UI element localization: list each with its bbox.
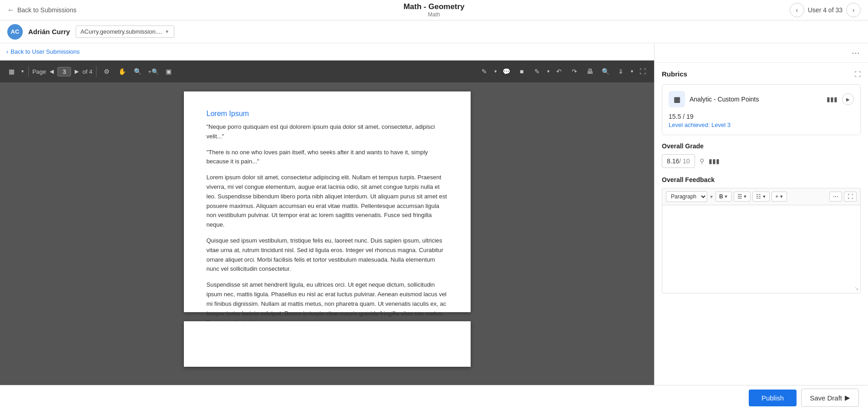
comment-button[interactable]: 💬 bbox=[499, 65, 513, 78]
user-row: AC Adrián Curry ACurry.geometry.submissi… bbox=[0, 20, 868, 43]
bold-button[interactable]: B ▼ bbox=[716, 192, 732, 202]
prev-page-button[interactable]: ◀ bbox=[48, 67, 56, 76]
zoom-out-button[interactable]: 🔍 bbox=[131, 65, 145, 78]
right-panel: ⋯ Rubrics ⛶ ▦ Analytic - Custom Points ▮… bbox=[654, 43, 868, 385]
download-arrow: ▼ bbox=[630, 69, 634, 74]
back-to-submissions-label: Back to Submissions bbox=[17, 6, 76, 14]
align-button[interactable]: ☰ ▼ bbox=[734, 192, 751, 202]
rubrics-section-header: Rubrics ⛶ bbox=[662, 70, 861, 78]
submission-file-label: ACurry.geometry.submission.... bbox=[81, 28, 162, 35]
more-options-button[interactable]: ⋯ bbox=[852, 48, 861, 58]
user-navigation: ‹ User 4 of 33 › bbox=[790, 3, 861, 17]
toolbar-divider-2 bbox=[96, 66, 96, 77]
back-to-submissions-link[interactable]: ← Back to Submissions bbox=[7, 6, 76, 14]
next-page-button[interactable]: ▶ bbox=[73, 67, 81, 76]
redo-button[interactable]: ↷ bbox=[568, 65, 581, 78]
page-of-label: of 4 bbox=[82, 68, 92, 75]
right-panel-body: Rubrics ⛶ ▦ Analytic - Custom Points ▮▮▮… bbox=[655, 63, 868, 385]
resize-handle: ↘ bbox=[854, 285, 859, 292]
chart-icon[interactable]: ▮▮▮ bbox=[709, 157, 720, 165]
pdf-pages: Lorem Ipsum "Neque porro quisquam est qu… bbox=[184, 91, 471, 376]
crop-button[interactable]: ■ bbox=[515, 65, 528, 78]
pdf-panel: ‹ Back to User Submissions ▦ ▼ Page ◀ ▶ … bbox=[0, 43, 654, 385]
annotate-button[interactable]: ✎ bbox=[477, 65, 491, 78]
page-label: Page bbox=[32, 68, 46, 75]
page-number-input[interactable] bbox=[57, 67, 71, 76]
view-mode-arrow: ▼ bbox=[20, 69, 25, 74]
pdf-page-4 bbox=[184, 321, 471, 367]
pdf-paragraph-4: Quisque sed ipsum vestibulum, tristique … bbox=[207, 236, 448, 274]
download-button[interactable]: ⇓ bbox=[614, 65, 628, 78]
chevron-down-icon: ▼ bbox=[165, 29, 169, 34]
pin-icon[interactable]: ⚲ bbox=[700, 157, 704, 165]
undo-button[interactable]: ↶ bbox=[552, 65, 566, 78]
overall-feedback-section: Overall Feedback Paragraph ▼ B ▼ ☰ ▼ ☷ ▼… bbox=[662, 176, 861, 294]
avatar: AC bbox=[7, 24, 23, 40]
feedback-toolbar: Paragraph ▼ B ▼ ☰ ▼ ☷ ▼ + ▼ ⋯ ⛶ bbox=[662, 188, 861, 205]
save-draft-button[interactable]: Save Draft ▶ bbox=[801, 389, 859, 407]
prev-user-button[interactable]: ‹ bbox=[790, 3, 804, 17]
rubric-card: ▦ Analytic - Custom Points ▮▮▮ ▶ 15.5 / … bbox=[662, 84, 861, 135]
back-to-user-link[interactable]: ‹ Back to User Submissions bbox=[0, 43, 654, 61]
publish-button[interactable]: Publish bbox=[749, 390, 797, 406]
next-user-button[interactable]: › bbox=[846, 3, 861, 17]
list-button[interactable]: ☷ ▼ bbox=[752, 192, 770, 202]
bottom-bar: Publish Save Draft ▶ bbox=[0, 385, 868, 410]
pdf-content-area: Lorem Ipsum "Neque porro quisquam est qu… bbox=[0, 82, 654, 385]
toolbar-divider-1 bbox=[28, 66, 29, 77]
overall-grade-label: Overall Grade bbox=[662, 142, 861, 150]
save-draft-label: Save Draft bbox=[810, 394, 842, 402]
right-panel-header: ⋯ bbox=[655, 43, 868, 63]
rubric-name: Analytic - Custom Points bbox=[690, 96, 759, 103]
rubric-score-value: 15.5 / 19 bbox=[669, 113, 854, 120]
rubric-play-button[interactable]: ▶ bbox=[842, 93, 854, 105]
settings-button[interactable]: ⚙ bbox=[100, 65, 114, 78]
main-area: ‹ Back to User Submissions ▦ ▼ Page ◀ ▶ … bbox=[0, 43, 868, 385]
save-draft-arrow-icon: ▶ bbox=[845, 394, 850, 402]
header-title-area: Math - Geometry Math bbox=[403, 2, 464, 18]
chevron-down-paragraph: ▼ bbox=[709, 194, 714, 199]
search-button[interactable]: 🔍 bbox=[599, 65, 612, 78]
view-mode-button[interactable]: ▦ bbox=[5, 65, 18, 78]
rubrics-title: Rubrics bbox=[662, 70, 687, 78]
user-count-label: User 4 of 33 bbox=[808, 6, 843, 14]
draw-button[interactable]: ✎ bbox=[530, 65, 544, 78]
rubric-score-area: 15.5 / 19 Level achieved: Level 3 bbox=[669, 113, 854, 128]
pdf-paragraph-5: Suspendisse sit amet hendrerit ligula, e… bbox=[207, 280, 448, 328]
rubric-level: Level achieved: Level 3 bbox=[669, 121, 854, 128]
hand-tool-button[interactable]: ✋ bbox=[116, 65, 129, 78]
pdf-paragraph-2: "There is no one who loves pain itself, … bbox=[207, 148, 448, 167]
pdf-paragraph-1: "Neque porro quisquam est qui dolorem ip… bbox=[207, 122, 448, 142]
pdf-toolbar: ▦ ▼ Page ◀ ▶ of 4 ⚙ ✋ 🔍 +🔍 ▣ ✎ ▼ 💬 ■ ✎ ▼ bbox=[0, 61, 654, 82]
grade-denominator: / 10 bbox=[679, 157, 690, 165]
rubric-card-left: ▦ Analytic - Custom Points bbox=[669, 91, 759, 107]
fullscreen-feedback-button[interactable]: ⛶ bbox=[844, 192, 857, 202]
overall-grade-section: Overall Grade 8.16 / 10 ⚲ ▮▮▮ bbox=[662, 142, 861, 168]
print-button[interactable]: 🖶 bbox=[583, 65, 597, 78]
grade-value: 8.16 bbox=[667, 157, 679, 165]
submission-dropdown[interactable]: ACurry.geometry.submission.... ▼ bbox=[76, 25, 174, 38]
top-header: ← Back to Submissions Math - Geometry Ma… bbox=[0, 0, 868, 20]
rubric-card-right: ▮▮▮ ▶ bbox=[827, 93, 854, 105]
zoom-in-button[interactable]: +🔍 bbox=[147, 65, 160, 78]
pdf-paragraph-3: Lorem ipsum dolor sit amet, consectetur … bbox=[207, 173, 448, 230]
pdf-heading: Lorem Ipsum bbox=[207, 110, 448, 118]
rubric-card-header: ▦ Analytic - Custom Points ▮▮▮ ▶ bbox=[669, 91, 854, 107]
back-chevron-icon: ‹ bbox=[6, 48, 8, 55]
expand-rubrics-icon[interactable]: ⛶ bbox=[854, 71, 861, 78]
overall-feedback-input[interactable]: ↘ bbox=[662, 205, 861, 294]
back-arrow-icon: ← bbox=[7, 6, 15, 14]
fullscreen-button[interactable]: ⛶ bbox=[636, 65, 650, 78]
insert-button[interactable]: + ▼ bbox=[772, 192, 787, 202]
rubric-chart-icon[interactable]: ▮▮▮ bbox=[827, 96, 838, 103]
overall-feedback-label: Overall Feedback bbox=[662, 176, 861, 183]
grade-input-box[interactable]: 8.16 / 10 bbox=[662, 154, 695, 168]
paragraph-select[interactable]: Paragraph bbox=[666, 191, 707, 202]
page-layout-button[interactable]: ▣ bbox=[162, 65, 176, 78]
user-name: Adrián Curry bbox=[28, 28, 70, 35]
rubric-icon: ▦ bbox=[669, 91, 685, 107]
grade-input-row: 8.16 / 10 ⚲ ▮▮▮ bbox=[662, 154, 861, 168]
more-button[interactable]: ⋯ bbox=[829, 192, 842, 202]
page-title: Math - Geometry bbox=[403, 2, 464, 11]
page-subtitle: Math bbox=[403, 11, 464, 18]
